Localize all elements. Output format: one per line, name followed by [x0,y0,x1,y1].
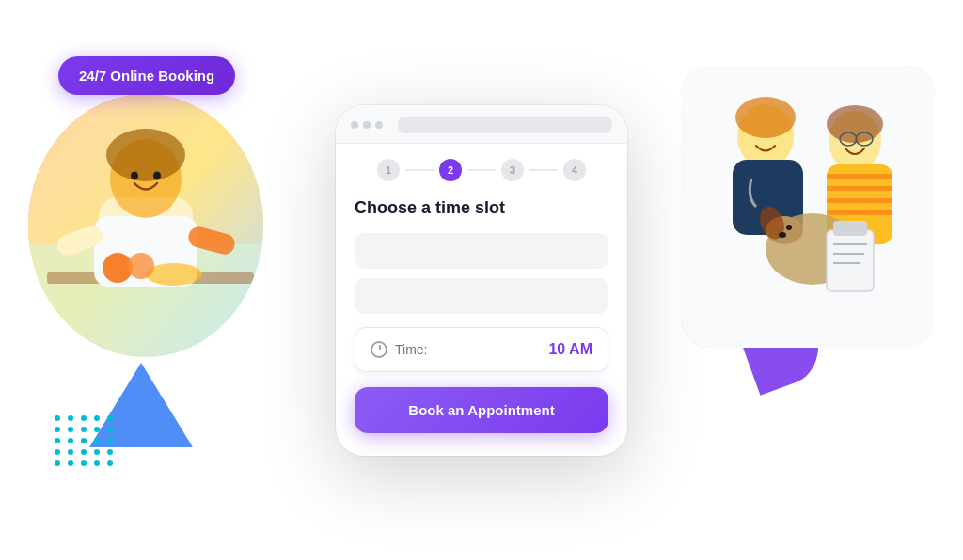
photo-left [28,94,263,357]
svg-point-7 [131,172,138,180]
online-booking-badge: 24/7 Online Booking [58,56,235,95]
dots-left-icon [55,415,115,466]
progress-steps: 1 2 3 4 [336,144,627,191]
svg-point-25 [827,105,883,143]
time-display-box: Time: 10 AM [355,327,608,372]
time-label: Time: [371,341,427,358]
svg-rect-35 [833,221,867,236]
svg-rect-24 [827,210,892,215]
step-line-2 [467,169,496,171]
svg-rect-21 [827,174,892,179]
address-bar [398,117,612,133]
svg-point-30 [786,225,792,230]
scene: 24/7 Online Booking 1 2 3 [0,0,963,560]
slot-option-2[interactable] [355,278,608,314]
phone-dots [351,121,383,129]
svg-point-29 [779,232,786,238]
book-appointment-button[interactable]: Book an Appointment [355,387,608,433]
clock-icon [371,341,387,358]
time-value: 10 AM [548,341,592,358]
svg-rect-23 [827,198,892,203]
step-1: 1 [377,159,400,181]
step-3: 3 [501,159,524,181]
step-2: 2 [439,159,462,181]
time-label-text: Time: [395,342,427,357]
photo-right [681,66,935,348]
svg-point-6 [106,129,185,181]
svg-point-13 [128,253,154,279]
phone-content: Choose a time slot Time: 10 AM [336,191,627,372]
phone-dot-1 [351,121,358,129]
step-line-1 [405,169,434,171]
svg-point-8 [153,172,161,180]
phone-dot-2 [363,121,371,129]
svg-rect-34 [827,230,874,291]
svg-rect-22 [827,186,892,191]
phone-dot-3 [375,121,383,129]
slot-option-1[interactable] [355,233,608,269]
badge-label: 24/7 Online Booking [79,68,214,84]
phone-top-bar [336,105,627,144]
svg-point-18 [735,97,796,138]
choose-slot-title: Choose a time slot [355,198,608,218]
step-4: 4 [563,159,586,181]
svg-rect-15 [681,66,935,348]
phone-mockup: 1 2 3 4 Choose a time slot Tim [336,105,627,456]
step-line-3 [529,169,558,171]
svg-point-11 [146,263,202,286]
